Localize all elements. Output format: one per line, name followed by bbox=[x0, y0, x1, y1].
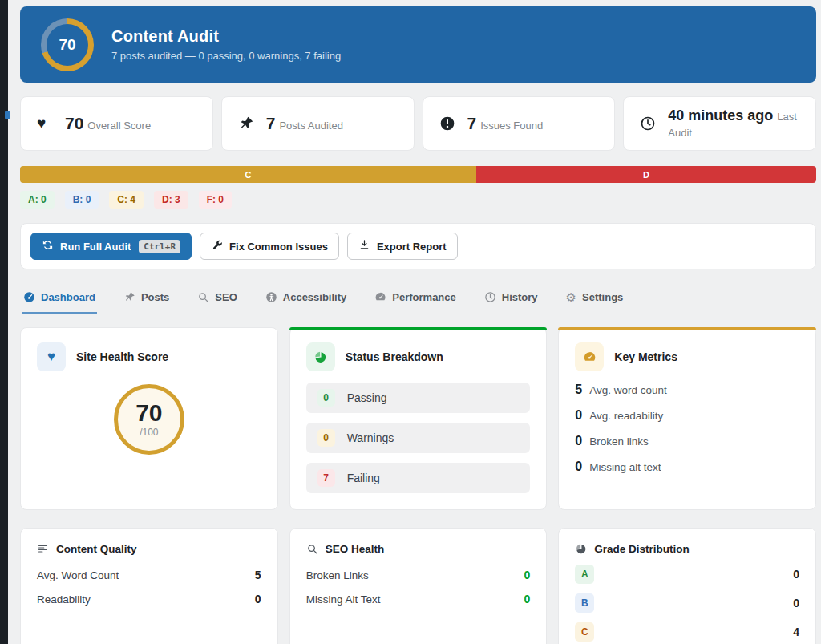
alert-icon bbox=[439, 115, 455, 132]
tab-dashboard-label: Dashboard bbox=[41, 291, 95, 303]
content-audit-page: 70 Content Audit 7 posts audited — 0 pas… bbox=[8, 0, 821, 644]
broken-links-row-value: 0 bbox=[524, 569, 531, 581]
tab-settings[interactable]: ⚙ Settings bbox=[564, 286, 625, 314]
score-ring: 70 bbox=[41, 18, 94, 71]
audit-summary: 7 posts audited — 0 passing, 0 warnings,… bbox=[111, 50, 341, 62]
missing-alt-text-row-label: Missing Alt Text bbox=[306, 593, 381, 606]
tab-posts[interactable]: Posts bbox=[122, 286, 171, 314]
run-full-audit-label: Run Full Audit bbox=[60, 241, 131, 253]
grade-badge-d: D: 3 bbox=[154, 191, 188, 209]
stat-card-overall-score: ♥ 70Overall Score bbox=[20, 96, 213, 151]
missing-alt-text-value: 0 bbox=[575, 460, 582, 474]
metric-missing-alt-text: 0 Missing alt text bbox=[575, 460, 799, 474]
main-tabs: Dashboard Posts SEO Accessibility Perfor… bbox=[20, 286, 816, 314]
overall-score-value: 70 bbox=[65, 114, 83, 132]
stat-card-last-audit: 40 minutes agoLast Audit bbox=[623, 96, 816, 151]
tab-seo-label: SEO bbox=[215, 291, 237, 303]
page-title: Content Audit bbox=[111, 27, 341, 46]
broken-links-row-label: Broken Links bbox=[306, 569, 369, 581]
grade-row-b: B 0 bbox=[575, 593, 799, 613]
tab-settings-label: Settings bbox=[582, 291, 623, 303]
tab-history-label: History bbox=[502, 291, 538, 303]
readability-row-value: 0 bbox=[255, 593, 261, 606]
export-report-label: Export Report bbox=[377, 241, 447, 253]
run-audit-shortcut: Ctrl+R bbox=[139, 240, 180, 253]
search-icon bbox=[306, 543, 318, 555]
grade-a-count: 0 bbox=[793, 568, 799, 581]
tab-accessibility[interactable]: Accessibility bbox=[264, 286, 349, 314]
accessibility-icon bbox=[265, 291, 277, 303]
missing-alt-text-label: Missing alt text bbox=[589, 461, 661, 473]
export-report-button[interactable]: Export Report bbox=[347, 233, 458, 260]
history-clock-icon bbox=[484, 291, 496, 303]
status-row-failing: 7 Failing bbox=[306, 463, 531, 493]
seo-health-title: SEO Health bbox=[326, 543, 385, 555]
grade-distribution-bar: C D bbox=[20, 166, 816, 183]
wp-admin-collapsed-sidebar[interactable] bbox=[0, 0, 8, 644]
key-metrics-title: Key Metrics bbox=[614, 350, 677, 363]
avg-readability-value: 0 bbox=[575, 408, 582, 423]
grade-badge-f: F: 0 bbox=[199, 191, 232, 209]
stat-card-posts-audited: 7Posts Audited bbox=[221, 96, 415, 151]
status-breakdown-card: Status Breakdown 0 Passing 0 Warnings 7 … bbox=[289, 327, 548, 510]
broken-links-label: Broken links bbox=[589, 435, 649, 448]
tab-performance[interactable]: Performance bbox=[373, 286, 457, 314]
heart-icon: ♥ bbox=[37, 115, 53, 132]
dashboard-cards-row-1: ♥ Site Health Score 70 /100 Status Break… bbox=[20, 327, 816, 510]
grade-badges-row: A: 0 B: 0 C: 4 D: 3 F: 0 bbox=[20, 191, 816, 209]
last-audit-value: 40 minutes ago bbox=[668, 107, 773, 124]
site-health-title: Site Health Score bbox=[76, 350, 168, 363]
failing-label: Failing bbox=[347, 472, 380, 484]
seo-health-row: Broken Links 0 bbox=[306, 563, 531, 587]
content-quality-row: Readability 0 bbox=[37, 587, 261, 611]
grade-row-a: A 0 bbox=[575, 565, 799, 584]
refresh-icon bbox=[42, 239, 54, 253]
tab-history[interactable]: History bbox=[483, 286, 540, 314]
tab-dashboard[interactable]: Dashboard bbox=[22, 286, 97, 314]
stat-card-issues-found: 7Issues Found bbox=[423, 96, 616, 151]
posts-audited-label: Posts Audited bbox=[279, 119, 343, 132]
grade-badge-a: A: 0 bbox=[20, 191, 55, 209]
grade-badge-c: C: 4 bbox=[109, 191, 144, 209]
posts-audited-value: 7 bbox=[266, 114, 276, 132]
grade-bar-segment-d: D bbox=[476, 166, 816, 183]
dashboard-gauge-icon bbox=[23, 291, 35, 303]
issues-found-label: Issues Found bbox=[480, 119, 543, 132]
grade-b-badge: B bbox=[575, 593, 594, 613]
avg-word-count-row-label: Avg. Word Count bbox=[37, 569, 119, 581]
fix-common-issues-button[interactable]: Fix Common Issues bbox=[200, 233, 339, 260]
avg-word-count-row-value: 5 bbox=[255, 569, 261, 581]
wrench-icon bbox=[211, 239, 223, 253]
grade-c-badge: C bbox=[575, 622, 594, 642]
fix-common-issues-label: Fix Common Issues bbox=[229, 241, 328, 253]
gear-icon: ⚙ bbox=[566, 291, 576, 303]
search-icon bbox=[197, 291, 209, 303]
grade-b-count: 0 bbox=[793, 597, 799, 610]
pie-chart-icon bbox=[306, 342, 335, 371]
header-banner: 70 Content Audit 7 posts audited — 0 pas… bbox=[20, 6, 816, 83]
gauge-icon bbox=[575, 342, 604, 371]
tab-seo[interactable]: SEO bbox=[196, 286, 238, 314]
heart-icon: ♥ bbox=[37, 342, 66, 371]
missing-alt-text-row-value: 0 bbox=[524, 593, 531, 606]
clock-icon bbox=[640, 115, 656, 132]
grade-badge-b: B: 0 bbox=[65, 191, 99, 209]
tab-posts-label: Posts bbox=[141, 291, 169, 303]
pie-chart-icon bbox=[575, 543, 587, 555]
metric-avg-word-count: 5 Avg. word count bbox=[575, 383, 799, 397]
pin-icon bbox=[123, 291, 135, 303]
avg-word-count-label: Avg. word count bbox=[589, 384, 667, 396]
site-health-denominator: /100 bbox=[140, 427, 158, 438]
avg-word-count-value: 5 bbox=[575, 383, 582, 397]
site-health-circle: 70 /100 bbox=[114, 384, 184, 455]
download-icon bbox=[358, 239, 370, 253]
run-full-audit-button[interactable]: Run Full Audit Ctrl+R bbox=[30, 233, 192, 260]
warnings-count-badge: 0 bbox=[317, 429, 335, 447]
avg-readability-label: Avg. readability bbox=[589, 410, 663, 422]
text-lines-icon bbox=[37, 543, 49, 555]
grade-a-badge: A bbox=[575, 565, 594, 584]
seo-health-row: Missing Alt Text 0 bbox=[306, 587, 531, 611]
readability-row-label: Readability bbox=[37, 593, 91, 606]
grade-distribution-card: Grade Distribution A 0 B 0 C 4 D 3 bbox=[558, 528, 816, 644]
tab-performance-label: Performance bbox=[392, 291, 455, 303]
